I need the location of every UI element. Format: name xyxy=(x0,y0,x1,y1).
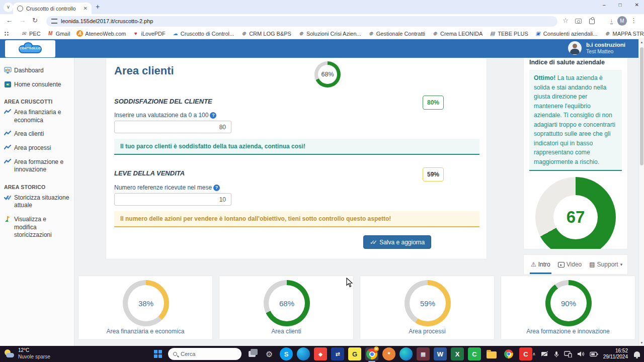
sidebar-item-area-clienti[interactable]: Area clienti xyxy=(0,127,74,141)
sidebar-item-storicizza[interactable]: Storicizza situazione attuale xyxy=(0,191,74,213)
user-menu[interactable]: b.i costruzioni Test Matteo xyxy=(568,41,625,55)
help-icon[interactable]: ? xyxy=(213,185,220,191)
warning-icon: ⚠ xyxy=(531,261,536,268)
url-text[interactable]: leonida.155del2017.it/cruscotto-2.php xyxy=(61,18,153,24)
forward-button[interactable]: → xyxy=(19,17,26,24)
tab-support[interactable]: ▤ Support ▾ xyxy=(589,255,622,274)
sidebar-item-area-finanziaria[interactable]: Area finanziaria e economica xyxy=(0,106,74,127)
save-button[interactable]: ✓✓ Salva e aggiorna xyxy=(363,235,431,249)
summary-card-finanziaria[interactable]: 38% Area finanziaria e economica xyxy=(78,276,213,340)
scroll-down-icon[interactable]: ▼ xyxy=(639,341,644,344)
address-bar[interactable]: leonida.155del2017.it/cruscotto-2.php xyxy=(46,16,557,27)
volume-icon[interactable] xyxy=(577,351,585,357)
scroll-up-icon[interactable]: ▲ xyxy=(639,41,644,44)
red-c-app-button[interactable]: C xyxy=(519,347,532,360)
bookmark-tebe-plus[interactable]: ▤TEBE PLUS xyxy=(489,30,528,37)
apps-grid-icon[interactable] xyxy=(4,31,9,36)
leve-input[interactable] xyxy=(114,193,231,206)
window-restore-button[interactable]: □ xyxy=(619,2,622,8)
chrome-button-active[interactable]: M xyxy=(365,347,378,360)
browser-toolbar: ← → ↻ leonida.155del2017.it/cruscotto-2.… xyxy=(0,14,644,28)
bookmark-cruscotto[interactable]: ☁Cruscotto di Control... xyxy=(172,30,234,37)
bookmark-crm-log[interactable]: ⊕CRM LOG B&PS xyxy=(240,30,291,37)
sidebar-item-visualizza[interactable]: Visualizza e modifica storicizzazioni xyxy=(0,213,74,242)
chevron-down-icon: ▾ xyxy=(620,262,623,267)
new-tab-button[interactable]: + xyxy=(96,3,100,11)
camtasia-button[interactable]: C xyxy=(468,347,481,360)
help-tabs-panel: ⚠ Intro ▸ Video ▤ Support ▾ xyxy=(523,254,628,275)
scrollbar-thumb[interactable] xyxy=(640,47,643,165)
bookmark-crema-leonida[interactable]: ⊕Crema LEONIDA xyxy=(432,30,482,37)
bookmark-gestionale-contratti[interactable]: ⊕Gestionale Contratti xyxy=(368,30,425,37)
sidebar-item-area-formazione[interactable]: Area formazione e innovazione xyxy=(0,155,74,177)
orange-app-button[interactable]: * xyxy=(382,347,395,360)
start-button[interactable] xyxy=(154,350,162,358)
task-view-button[interactable] xyxy=(246,347,259,360)
skype-button[interactable]: S xyxy=(280,347,293,360)
double-check-icon xyxy=(4,194,12,200)
tab-intro[interactable]: ⚠ Intro xyxy=(531,255,550,274)
book-icon: ▤ xyxy=(589,261,595,268)
anydesk-button[interactable]: ◆ xyxy=(314,347,327,360)
taskbar-weather-widget[interactable]: 12°C Nuvole sparse xyxy=(4,347,50,360)
settings-button[interactable]: ⚙ xyxy=(263,347,276,360)
window-close-button[interactable]: ✕ xyxy=(635,2,639,8)
soddisfazione-score-badge: 80% xyxy=(423,96,444,110)
battery-icon[interactable] xyxy=(590,351,598,357)
bookmark-pec[interactable]: ✉PEC xyxy=(21,30,41,37)
sidebar-item-dashboard[interactable]: Dashboard xyxy=(0,64,74,78)
site-settings-icon[interactable] xyxy=(51,19,57,24)
bookmark-star-icon[interactable]: ☆ xyxy=(562,17,569,24)
g-app-button[interactable]: G xyxy=(348,347,361,360)
chart-line-icon xyxy=(4,158,12,164)
notifications-bell-icon[interactable] xyxy=(634,351,640,357)
tab-video[interactable]: ▸ Video xyxy=(558,255,582,274)
tab-search-chevron-icon[interactable]: ∨ xyxy=(4,3,13,12)
app-logo[interactable]: CONTROLLO xyxy=(5,40,55,57)
tab-close-icon[interactable]: ✕ xyxy=(84,6,88,11)
sidebar-item-area-processi[interactable]: Area processi xyxy=(0,141,74,155)
tray-expand-icon[interactable]: ∧ xyxy=(532,351,536,356)
bookmark-gmail[interactable]: MGmail xyxy=(47,30,70,37)
calculator-button[interactable]: ▦ xyxy=(417,347,430,360)
webex-button[interactable] xyxy=(399,347,413,360)
reload-button[interactable]: ↻ xyxy=(32,17,38,24)
bookmark-ilovepdf[interactable]: ♥iLovePDF xyxy=(132,30,165,37)
extensions-icon[interactable] xyxy=(589,19,595,24)
menu-kebab-icon[interactable]: ⋮ xyxy=(630,17,637,24)
dashboard-icon xyxy=(4,67,12,74)
edge-button[interactable] xyxy=(297,347,310,360)
processi-gauge: 59% xyxy=(405,280,451,326)
chrome-secondary-button[interactable] xyxy=(502,347,515,360)
network-icon[interactable] xyxy=(541,351,549,357)
bookmark-soluzioni-crisi[interactable]: ⊕Soluzioni Crisi Azien... xyxy=(298,30,361,37)
bookmark-consulenti-aziendali[interactable]: ▣Consulenti aziendali... xyxy=(535,30,598,37)
display-phone-icon[interactable] xyxy=(564,351,572,357)
back-button[interactable]: ← xyxy=(6,17,13,24)
window-minimize-button[interactable]: – xyxy=(603,2,606,8)
summary-card-processi[interactable]: 59% Area processi xyxy=(360,276,495,340)
web-page: CONTROLLO b.i costruzioni Test Matteo Da… xyxy=(0,39,644,346)
camera-icon[interactable] xyxy=(575,19,582,24)
bookmark-mappa-strategica[interactable]: ⊕MAPPA STRATEGICA xyxy=(604,30,644,37)
excel-button[interactable]: X xyxy=(451,347,464,360)
microphone-icon[interactable] xyxy=(554,351,559,357)
taskbar-clock[interactable]: 16:52 29/11/2024 xyxy=(603,348,628,360)
file-explorer-button[interactable] xyxy=(485,347,498,360)
word-button[interactable]: W xyxy=(434,347,447,360)
page-scrollbar[interactable]: ▲ ▼ xyxy=(638,39,644,346)
soddisfazione-input[interactable] xyxy=(114,121,231,133)
teamviewer-button[interactable]: ⇄ xyxy=(331,347,344,360)
user-name: Test Matteo xyxy=(586,48,625,55)
flag-chart-icon xyxy=(4,216,12,222)
browser-tab-strip: ∨ Cruscotto di controllo ✕ + – □ ✕ xyxy=(0,0,644,14)
sidebar-item-home-consulente[interactable]: Home consulente xyxy=(0,78,74,92)
taskbar-search[interactable]: Cerca xyxy=(168,348,242,360)
summary-card-clienti[interactable]: 68% Area clienti xyxy=(219,276,354,340)
profile-avatar[interactable]: M xyxy=(617,16,627,26)
help-icon[interactable]: ? xyxy=(210,112,216,119)
downloads-icon[interactable]: ↓ xyxy=(610,17,613,24)
browser-tab[interactable]: Cruscotto di controllo ✕ xyxy=(13,3,92,14)
bookmark-ateneoweb[interactable]: AAteneoWeb.com xyxy=(76,30,126,37)
summary-card-formazione[interactable]: 90% Area formazione e innovazione xyxy=(501,276,635,340)
